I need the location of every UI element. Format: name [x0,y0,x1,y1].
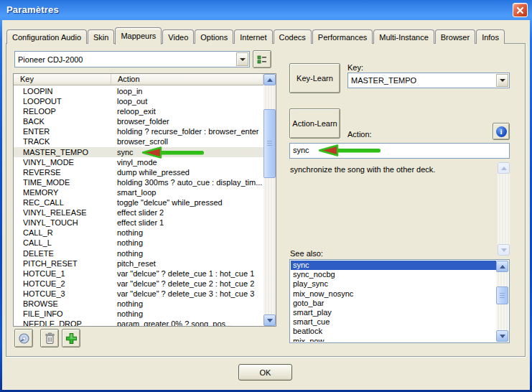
row-action: smart_loop [111,187,263,197]
table-row[interactable]: DELETEnothing [14,248,263,258]
table-scrollbar[interactable] [263,74,276,326]
column-header-action[interactable]: Action [111,74,263,85]
table-row[interactable]: LOOPINloop_in [14,86,263,96]
row-key: LOOPIN [14,86,111,96]
tab-options[interactable]: Options [195,29,233,44]
row-action: var "delcue" ? delete_cue 3 : hot_cue 3 [111,289,263,299]
tab-video[interactable]: Video [162,29,194,44]
table-scrollbar-thumb[interactable] [263,109,276,178]
tab-infos[interactable]: Infos [476,29,505,44]
table-row[interactable]: VINYL_TOUCHeffect slider 1 [14,218,263,228]
table-row[interactable]: PITCH_RESETpitch_reset [14,258,263,269]
close-button[interactable] [513,3,528,17]
table-row[interactable]: REC_CALLtoggle "delcue" while_pressed [14,197,263,207]
scroll-down-icon[interactable] [498,244,510,256]
scroll-up-icon[interactable] [496,261,508,272]
dialog-body: Configuration AudioSkinMappeursVideoOpti… [2,20,530,390]
table-row[interactable]: REVERSEdump while_pressed [14,167,263,177]
list-item[interactable]: play_sync [291,279,497,289]
row-action: toggle "delcue" while_pressed [111,197,263,207]
table-row[interactable]: CALL_Lnothing [14,238,263,248]
list-item[interactable]: smart_cue [291,317,497,327]
table-row[interactable]: MEMORYsmart_loop [14,187,263,197]
list-item[interactable]: sync [291,261,497,270]
row-action: browser_folder [111,116,263,126]
list-item[interactable]: sync_nocbg [291,270,497,279]
scroll-up-icon[interactable] [498,162,510,174]
reset-mapping-button[interactable] [14,329,33,347]
key-learn-button[interactable]: Key-Learn [289,63,340,93]
tab-mappeurs[interactable]: Mappeurs [115,27,162,45]
row-key: REVERSE [14,167,111,177]
table-row[interactable]: ENTERholding ? recurse_folder : browser_… [14,126,263,136]
action-info-button[interactable]: i [493,123,510,140]
column-header-key[interactable]: Key [14,74,111,85]
table-row[interactable]: LOOPOUTloop_out [14,96,263,106]
add-mapping-button[interactable] [62,329,80,347]
mapper-selected-value: Pioneer CDJ-2000 [15,55,235,64]
see-also-scrollbar[interactable] [496,261,508,342]
row-key: CALL_L [14,238,111,248]
green-arrow-pointer [318,144,383,157]
table-row[interactable]: BROWSEnothing [14,299,263,309]
list-item[interactable]: mix_now_nosync [291,289,497,299]
tab-multi-instance[interactable]: Multi-Instance [373,29,434,44]
row-key: REC_CALL [14,197,111,207]
tab-configuration-audio[interactable]: Configuration Audio [6,29,87,44]
row-action: var "delcue" ? delete_cue 2 : hot_cue 2 [111,279,263,289]
list-item[interactable]: mix_now [291,337,497,342]
row-key: PITCH_RESET [14,258,111,269]
tab-skin[interactable]: Skin [88,29,114,44]
action-learn-button[interactable]: Action-Learn [289,108,340,139]
row-action: effect slider 1 [111,218,263,228]
mapper-dropdown-button[interactable] [236,52,248,66]
mapper-select[interactable]: Pioneer CDJ-2000 [14,51,250,67]
table-row[interactable]: VINYL_RELEASEeffect slider 2 [14,207,263,218]
title-bar[interactable]: Paramètres [0,0,532,20]
see-also-scrollbar-thumb[interactable] [496,286,508,304]
table-row[interactable]: CALL_Rnothing [14,228,263,238]
scroll-up-icon[interactable] [263,74,276,85]
scroll-down-icon[interactable] [263,314,276,326]
list-item[interactable]: beatlock [291,327,497,336]
row-key: VINYL_TOUCH [14,218,111,228]
see-also-items: syncsync_nocbgplay_syncmix_now_nosyncgot… [291,261,497,342]
row-action: reloop_exit [111,106,263,116]
tab-codecs[interactable]: Codecs [274,29,312,44]
list-item[interactable]: smart_play [291,308,497,317]
table-row[interactable]: VINYL_MODEvinyl_mode [14,157,263,167]
table-row[interactable]: TIME_MODEholding 300ms ? auto_cue : disp… [14,177,263,187]
list-item[interactable]: goto_bar [291,299,497,308]
see-also-list: syncsync_nocbgplay_syncmix_now_nosyncgot… [289,259,510,343]
delete-mapping-button[interactable] [40,329,59,347]
row-key: VINYL_MODE [14,157,111,167]
scroll-down-icon[interactable] [496,330,508,342]
table-row[interactable]: HOTCUE_1var "delcue" ? delete_cue 1 : ho… [14,269,263,279]
tab-browser[interactable]: Browser [435,29,475,44]
key-dropdown-button[interactable] [496,74,508,87]
table-row[interactable]: RELOOPreloop_exit [14,106,263,116]
row-key: RELOOP [14,106,111,116]
row-key: LOOPOUT [14,96,111,106]
mapper-options-button[interactable] [253,50,271,68]
plus-icon [65,332,78,345]
table-row[interactable]: MASTER_TEMPOsync [14,147,263,157]
row-action: nothing [111,309,263,319]
table-row[interactable]: HOTCUE_2var "delcue" ? delete_cue 2 : ho… [14,279,263,289]
row-action: loop_in [111,86,263,96]
key-label: Key: [347,63,363,72]
row-action: nothing [111,228,263,238]
row-action: effect slider 2 [111,207,263,218]
tab-performances[interactable]: Performances [312,29,373,44]
ok-button[interactable]: OK [238,364,292,381]
mapping-table-rows: LOOPINloop_inLOOPOUTloop_outRELOOPreloop… [14,86,263,326]
table-row[interactable]: NEEDLE_DROPparam_greater 0% ? song_pos..… [14,319,263,326]
table-row[interactable]: BACKbrowser_folder [14,116,263,126]
tab-internet[interactable]: Internet [234,29,272,44]
description-scrollbar[interactable] [498,162,510,256]
table-row[interactable]: FILE_INFOnothing [14,309,263,319]
row-key: BROWSE [14,299,111,309]
key-select[interactable]: MASTER_TEMPO [347,73,510,88]
table-row[interactable]: TRACKbrowser_scroll [14,136,263,146]
table-row[interactable]: HOTCUE_3var "delcue" ? delete_cue 3 : ho… [14,289,263,299]
